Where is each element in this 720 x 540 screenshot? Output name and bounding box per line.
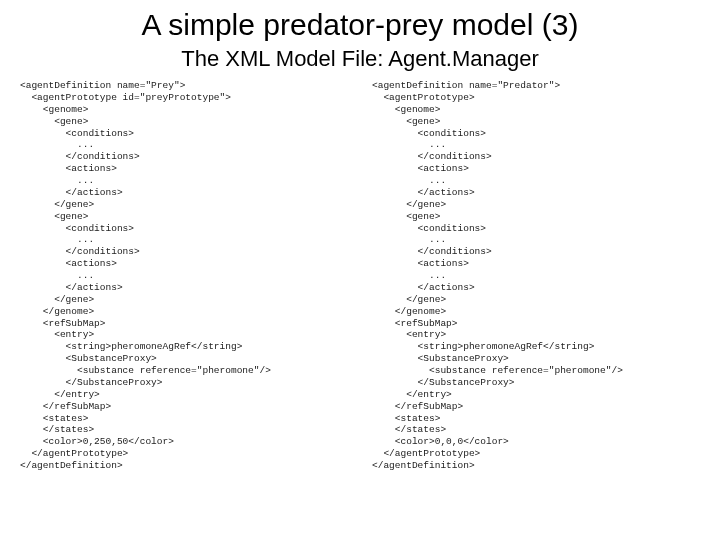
slide-title: A simple predator-prey model (3)	[20, 8, 700, 42]
code-left: <agentDefinition name="Prey"> <agentProt…	[20, 80, 348, 472]
slide-subtitle: The XML Model File: Agent.Manager	[20, 46, 700, 72]
code-columns: <agentDefinition name="Prey"> <agentProt…	[20, 80, 700, 472]
code-right: <agentDefinition name="Predator"> <agent…	[372, 80, 700, 472]
